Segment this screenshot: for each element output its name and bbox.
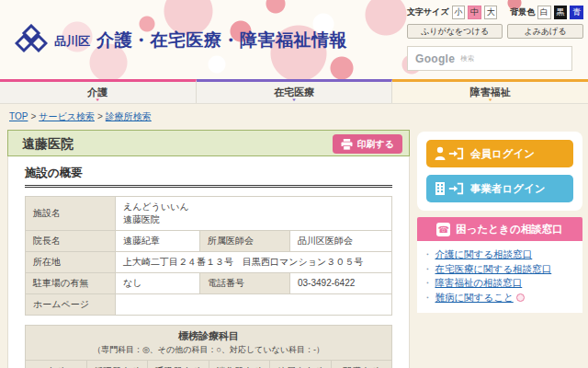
consultation-title: 困ったときの相談窓口 xyxy=(456,223,562,236)
table-row: 施設名 えんどういいん 遠藤医院 xyxy=(26,197,392,231)
dept-col-jinzo: 腎臓内科 xyxy=(331,361,392,368)
departments-title: 標榜診療科目 xyxy=(28,329,390,343)
business-login-label: 事業者ログイン xyxy=(470,182,546,196)
content-area: TOP>サービス検索>診療所検索 遠藤医院 印刷する 施設の概要 xyxy=(0,105,588,368)
departments-caption: 標榜診療科目 （専門科目：◎、その他の科目：○、対応していない科目：-） xyxy=(26,326,392,361)
departments-legend: （専門科目：◎、その他の科目：○、対応していない科目：-） xyxy=(28,344,390,356)
print-button-label: 印刷する xyxy=(357,138,394,151)
dept-col-kokyuki: 呼吸器内科 xyxy=(148,361,209,368)
ward-name: 品川区 xyxy=(54,33,90,50)
homepage-label: ホームページ xyxy=(26,294,116,316)
google-logo: Google xyxy=(415,52,455,65)
table-row: 内科 循環器内科 呼吸器内科 消化器内科 糖尿病内科 腎臓内科 xyxy=(26,361,392,368)
shinagawa-emblem-icon xyxy=(15,24,48,53)
bullet-icon: ・ xyxy=(423,292,433,303)
tab-zaitaku-iryo[interactable]: 在宅医療 ▼ xyxy=(197,79,393,103)
breadcrumb-separator: > xyxy=(97,111,103,121)
zaitaku-consult-link[interactable]: 在宅医療に関する相談窓口 xyxy=(435,263,552,274)
nanbyo-link[interactable]: 難病に関すること xyxy=(435,292,514,303)
bullet-icon: ・ xyxy=(423,263,433,274)
tab-zaitaku-label: 在宅医療 xyxy=(274,86,314,98)
tab-shogai-label: 障害福祉 xyxy=(470,86,511,98)
font-size-small-button[interactable]: 小 xyxy=(452,6,466,19)
association-label: 所属医師会 xyxy=(200,231,290,252)
read-aloud-button[interactable]: よみあげる xyxy=(507,24,583,39)
furigana-button[interactable]: ふりがなをつける xyxy=(407,24,503,39)
page: 品川区 介護・在宅医療・障害福祉情報 文字サイズ 小 中 大 背景色 白 黒 青… xyxy=(0,0,588,368)
list-item: ・介護に関する相談窓口 xyxy=(423,247,579,262)
homepage-value xyxy=(116,294,392,316)
table-row: 標榜診療科目 （専門科目：◎、その他の科目：○、対応していない科目：-） xyxy=(26,326,392,361)
breadcrumb-clinic-search-link[interactable]: 診療所検索 xyxy=(106,111,152,121)
font-size-large-button[interactable]: 大 xyxy=(484,6,498,19)
departments-table: 標榜診療科目 （専門科目：◎、その他の科目：○、対応していない科目：-） 内科 … xyxy=(25,325,392,368)
bg-black-button[interactable]: 黒 xyxy=(554,6,568,19)
facility-name-value: 遠藤医院 xyxy=(123,213,384,226)
facility-detail: 遠藤医院 印刷する 施設の概要 施設名 xyxy=(7,130,410,368)
section-heading: 施設の概要 xyxy=(25,166,392,188)
list-item: ・障害福祉の相談窓口 xyxy=(423,276,579,291)
member-login-label: 会員ログイン xyxy=(470,147,535,161)
member-login-button[interactable]: 会員ログイン xyxy=(426,140,573,167)
chevron-down-icon: ▼ xyxy=(291,98,297,102)
font-size-medium-button[interactable]: 中 xyxy=(468,6,481,19)
address-label: 所在地 xyxy=(26,252,116,273)
font-size-label: 文字サイズ xyxy=(407,6,449,18)
consultation-links: ・介護に関する相談窓口 ・在宅医療に関する相談窓口 ・障害福祉の相談窓口 ・難病… xyxy=(417,241,582,313)
kaigo-consult-link[interactable]: 介護に関する相談窓口 xyxy=(435,248,533,259)
chevron-down-icon: ▼ xyxy=(488,98,493,102)
tab-kaigo[interactable]: 介護 ▼ xyxy=(0,79,197,103)
facility-name-kana: えんどういいん xyxy=(123,201,384,213)
printer-icon xyxy=(341,139,353,150)
chevron-down-icon: ▼ xyxy=(95,98,100,102)
parking-label: 駐車場の有無 xyxy=(26,273,116,294)
overview-table: 施設名 えんどういいん 遠藤医院 院長名 遠藤紀章 所属医師会 品川区医師会 所… xyxy=(25,196,392,316)
address-value: 上大崎二丁目２４番１３号 目黒西口マンション３０５号 xyxy=(116,252,392,273)
breadcrumb-separator: > xyxy=(30,111,36,121)
association-value: 品川区医師会 xyxy=(290,231,392,252)
bg-blue-button[interactable]: 青 xyxy=(570,6,583,19)
shogai-consult-link[interactable]: 障害福祉の相談窓口 xyxy=(435,277,523,288)
phone-icon: ☎ xyxy=(436,223,450,236)
main-nav: 介護 ▼ 在宅医療 ▼ 障害福祉 ▼ xyxy=(0,79,588,104)
consultation-box: ☎ 困ったときの相談窓口 ・介護に関する相談窓口 ・在宅医療に関する相談窓口 ・… xyxy=(417,217,582,313)
dept-col-tonyobyo: 糖尿病内科 xyxy=(270,361,332,368)
site-logo[interactable]: 品川区 介護・在宅医療・障害福祉情報 xyxy=(15,24,347,53)
business-login-button[interactable]: 事業者ログイン xyxy=(426,175,573,202)
table-row: 駐車場の有無 なし 電話番号 03-3492-6422 xyxy=(26,273,392,294)
bullet-icon: ・ xyxy=(423,277,433,288)
search-placeholder: 検索 xyxy=(460,54,474,63)
google-search-box[interactable]: Google 検索 xyxy=(407,46,572,71)
accessibility-controls: 文字サイズ 小 中 大 背景色 白 黒 青 ふりがなをつける よみあげる Goo… xyxy=(407,6,583,71)
breadcrumb-service-search-link[interactable]: サービス検索 xyxy=(39,111,95,121)
table-row: ホームページ xyxy=(26,294,392,316)
building-login-icon xyxy=(435,181,464,196)
breadcrumb: TOP>サービス検索>診療所検索 xyxy=(9,110,152,123)
phone-label: 電話番号 xyxy=(200,273,290,294)
bg-white-button[interactable]: 白 xyxy=(537,6,551,19)
facility-overview-panel: 施設の概要 施設名 えんどういいん 遠藤医院 院長名 遠藤紀章 所属医師会 xyxy=(7,156,410,368)
list-item: ・難病に関すること xyxy=(423,291,579,305)
table-row: 院長名 遠藤紀章 所属医師会 品川区医師会 xyxy=(26,231,392,252)
sidebar: 会員ログイン 事業者ログイン ☎ 困ったときの相談窓口 ・介護に関する相談窓口 xyxy=(417,132,582,313)
page-title: 遠藤医院 xyxy=(22,131,74,156)
breadcrumb-top-link[interactable]: TOP xyxy=(9,111,28,121)
consultation-header: ☎ 困ったときの相談窓口 xyxy=(417,217,582,241)
tab-shogai-fukushi[interactable]: 障害福祉 ▼ xyxy=(392,79,588,103)
facility-title-bar: 遠藤医院 印刷する xyxy=(7,130,410,156)
login-card: 会員ログイン 事業者ログイン xyxy=(417,132,582,211)
parking-value: なし xyxy=(116,273,200,294)
list-item: ・在宅医療に関する相談窓口 xyxy=(423,262,579,277)
table-row: 所在地 上大崎二丁目２４番１３号 目黒西口マンション３０５号 xyxy=(26,252,392,273)
director-label: 院長名 xyxy=(26,231,116,252)
tab-kaigo-label: 介護 xyxy=(87,86,107,98)
facility-name-label: 施設名 xyxy=(26,197,116,231)
dept-col-naika: 内科 xyxy=(26,361,87,368)
site-header: 品川区 介護・在宅医療・障害福祉情報 文字サイズ 小 中 大 背景色 白 黒 青… xyxy=(0,0,588,79)
bg-color-label: 背景色 xyxy=(510,6,535,18)
site-title-text: 介護・在宅医療・障害福祉情報 xyxy=(96,29,347,52)
bullet-icon: ・ xyxy=(423,248,433,259)
dept-col-shokaki: 消化器内科 xyxy=(209,361,270,368)
print-button[interactable]: 印刷する xyxy=(333,134,402,154)
facility-name-cell: えんどういいん 遠藤医院 xyxy=(116,197,392,231)
